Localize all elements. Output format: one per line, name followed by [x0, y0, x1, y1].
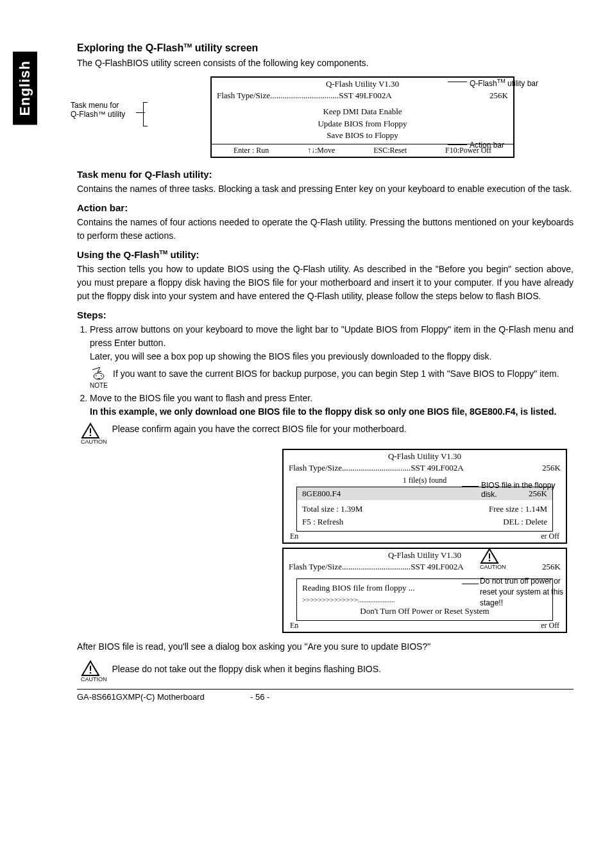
tm-mark-3: TM	[159, 249, 167, 256]
note-icon: NOTE	[90, 367, 108, 389]
after-body: After BIOS file is read, you'll see a di…	[77, 640, 574, 654]
heading-part-b: utility screen	[192, 42, 258, 53]
action-enter: Enter : Run	[234, 146, 269, 155]
menu-save-bios: Save BIOS to Floppy	[212, 130, 513, 141]
note-row: NOTE If you want to save the current BIO…	[90, 367, 574, 389]
caution-label: CAUTION	[81, 438, 107, 445]
d3-flash-label: Flash Type/Size.........................…	[289, 562, 464, 572]
caution-label-2: CAUTION	[480, 564, 506, 570]
svg-point-5	[90, 672, 92, 674]
d2-left-trunc: En	[290, 532, 298, 541]
caution1-text: Please confirm again you have the correc…	[112, 422, 574, 436]
using-part-a: Using the Q-Flash	[77, 249, 159, 260]
step2-text-a: Move to the BIOS file you want to flash …	[90, 393, 312, 403]
d2-refresh: F5 : Refresh	[302, 517, 343, 527]
d3-right-label-l2: reset your system at this	[480, 587, 563, 596]
heading-using: Using the Q-FlashTM utility:	[77, 249, 574, 260]
step2-bold: In this example, we only download one BI…	[90, 406, 556, 417]
caution-row-2: CAUTION Please do not take out the flopp…	[81, 660, 574, 682]
caution-icon-3: CAUTION	[81, 660, 107, 682]
note-text: If you want to save the current BIOS for…	[113, 367, 574, 381]
d3-right-label-l3: stage!!	[480, 598, 503, 607]
d3-left-trunc: En	[290, 621, 298, 630]
d2-free: Free size : 1.14M	[489, 504, 547, 514]
callout-utility-bar-a: Q-Flash	[470, 79, 497, 88]
tm-mark-2: TM	[497, 78, 506, 84]
section-heading-exploring: Exploring the Q-FlashTM utility screen	[77, 42, 574, 54]
step1-text-a: Press arrow buttons on your keyboard to …	[90, 324, 574, 348]
action-move: ↑↓:Move	[307, 146, 335, 155]
diagram-utility-screen: Task menu for Q-Flash™ utility Q-Flash U…	[77, 76, 574, 160]
flash-size: 256K	[489, 91, 508, 101]
tm-mark: TM	[183, 42, 192, 49]
step-2: Move to the BIOS file you want to flash …	[90, 392, 574, 419]
utility-title: Q-Flash Utility V1.30	[212, 78, 513, 91]
caution-icon-2: CAUTION	[480, 548, 506, 570]
intro-paragraph: The Q-FlashBIOS utility screen consists …	[77, 56, 574, 70]
svg-point-3	[489, 560, 491, 562]
d3-flash-size: 256K	[542, 562, 561, 572]
footer-page-number: - 56 -	[250, 692, 269, 702]
caution-label-3: CAUTION	[81, 676, 107, 682]
task-menu-body: Contains the names of three tasks. Block…	[77, 182, 574, 196]
step-1: Press arrow buttons on your keyboard to …	[90, 323, 574, 363]
svg-point-1	[90, 435, 92, 437]
footer-rule	[77, 689, 574, 690]
callout-task-menu-l1: Task menu for	[71, 101, 119, 110]
caution-row-1: CAUTION Please confirm again you have th…	[81, 422, 574, 445]
d3-right-label-l1: Do not trun off power or	[480, 577, 561, 586]
step1-text-b: Later, you will see a box pop up showing…	[90, 351, 492, 361]
d2-delete: DEL : Delete	[503, 517, 547, 527]
d2-flash-size: 256K	[542, 463, 561, 473]
d3-progress: >>>>>>>>>>>>>>.....................	[302, 596, 395, 603]
using-body: This section tells you how to update BIO…	[77, 263, 574, 303]
action-bar-body: Contains the names of four actions neede…	[77, 216, 574, 243]
using-part-b: utility:	[167, 249, 199, 260]
heading-task-menu: Task menu for Q-Flash utility:	[77, 169, 574, 180]
d2-title: Q-Flash Utility V1.30	[284, 450, 566, 463]
d2-right-label-l1: BIOS file in the floppy	[481, 481, 555, 490]
heading-part-a: Exploring the Q-Flash	[77, 42, 183, 53]
heading-steps: Steps:	[77, 309, 574, 320]
page-footer: GA-8S661GXMP(-C) Motherboard - 56 -	[77, 692, 574, 702]
diagram-reading: Q-Flash Utility V1.30 Flash Type/Size...…	[77, 548, 574, 631]
caution-icon: CAUTION	[81, 422, 107, 445]
footer-model: GA-8S661GXMP(-C) Motherboard	[77, 692, 250, 702]
heading-action-bar: Action bar:	[77, 202, 574, 213]
callout-action-bar: Action bar	[470, 141, 504, 150]
language-tab: English	[13, 51, 37, 125]
d2-flash-label: Flash Type/Size.........................…	[289, 463, 464, 473]
d3-reading: Reading BIOS file from floppy ...	[302, 583, 414, 593]
caution2-text: Please do not take out the floppy disk w…	[112, 660, 574, 676]
menu-keep-dmi: Keep DMI Data Enable	[212, 106, 513, 117]
d2-total: Total size : 1.39M	[302, 504, 362, 514]
note-label: NOTE	[90, 382, 108, 389]
diagram-file-list: Q-Flash Utility V1.30 Flash Type/Size...…	[77, 449, 574, 539]
callout-task-menu-l2: Q-Flash™ utility	[71, 110, 125, 119]
d2-right-trunc: er Off	[541, 532, 559, 541]
d2-file-name: 8GE800.F4	[302, 489, 341, 499]
flash-type-label: Flash Type/Size.........................…	[217, 91, 392, 101]
menu-update-bios: Update BIOS from Floppy	[212, 118, 513, 130]
action-esc: ESC:Reset	[373, 146, 407, 155]
d3-warn: Don't Turn Off Power or Reset System	[360, 606, 489, 616]
d3-title: Q-Flash Utility V1.30	[284, 549, 566, 562]
callout-utility-bar-b: utility bar	[506, 79, 538, 88]
d2-right-label-l2: disk.	[481, 490, 497, 499]
d3-right-trunc: er Off	[541, 621, 559, 630]
